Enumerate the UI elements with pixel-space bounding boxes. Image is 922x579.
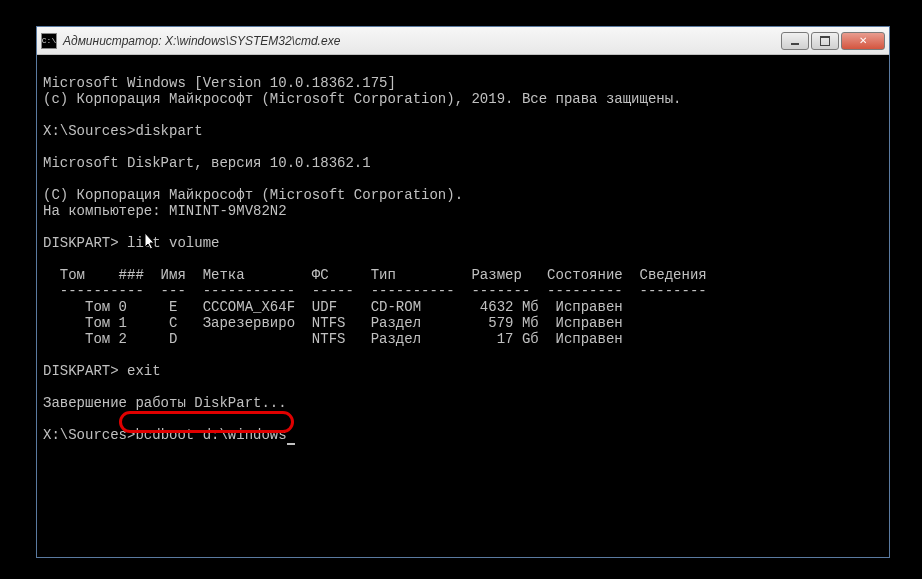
terminal-line: Microsoft Windows [Version 10.0.18362.17… bbox=[43, 75, 396, 91]
terminal-line: (c) Корпорация Майкрософт (Microsoft Cor… bbox=[43, 91, 682, 107]
cmd-icon: C:\ bbox=[41, 33, 57, 49]
terminal-line: Microsoft DiskPart, версия 10.0.18362.1 bbox=[43, 155, 371, 171]
terminal-area[interactable]: Microsoft Windows [Version 10.0.18362.17… bbox=[37, 55, 889, 557]
table-row: Том 0 E CCCOMA_X64F UDF CD-ROM 4632 Мб И… bbox=[43, 299, 623, 315]
minimize-button[interactable] bbox=[781, 32, 809, 50]
terminal-prompt-line: DISKPART> exit bbox=[43, 363, 161, 379]
text-cursor-icon bbox=[287, 443, 295, 445]
terminal-active-line: X:\Sources>bcdboot d:\windows bbox=[43, 427, 295, 443]
cmd-window: C:\ Администратор: X:\windows\SYSTEM32\c… bbox=[36, 26, 890, 558]
terminal-line: Завершение работы DiskPart... bbox=[43, 395, 287, 411]
terminal-line: (C) Корпорация Майкрософт (Microsoft Cor… bbox=[43, 187, 463, 203]
terminal-command: bcdboot d:\windows bbox=[135, 427, 286, 443]
screenshot-frame: C:\ Администратор: X:\windows\SYSTEM32\c… bbox=[0, 0, 922, 579]
table-row: Том 2 D NTFS Раздел 17 Gб Исправен bbox=[43, 331, 623, 347]
close-button[interactable]: ✕ bbox=[841, 32, 885, 50]
maximize-button[interactable] bbox=[811, 32, 839, 50]
titlebar-text: Администратор: X:\windows\SYSTEM32\cmd.e… bbox=[63, 34, 781, 48]
terminal-prompt: X:\Sources> bbox=[43, 427, 135, 443]
window-controls: ✕ bbox=[781, 32, 885, 50]
terminal-prompt-line: DISKPART> list volume bbox=[43, 235, 219, 251]
titlebar[interactable]: C:\ Администратор: X:\windows\SYSTEM32\c… bbox=[37, 27, 889, 55]
table-row: Том 1 C Зарезервиро NTFS Раздел 579 Мб И… bbox=[43, 315, 623, 331]
terminal-line: На компьютере: MININT-9MV82N2 bbox=[43, 203, 287, 219]
terminal-prompt-line: X:\Sources>diskpart bbox=[43, 123, 203, 139]
table-header: Том ### Имя Метка ФС Тип Размер Состояни… bbox=[43, 267, 707, 283]
table-divider: ---------- --- ----------- ----- -------… bbox=[43, 283, 707, 299]
